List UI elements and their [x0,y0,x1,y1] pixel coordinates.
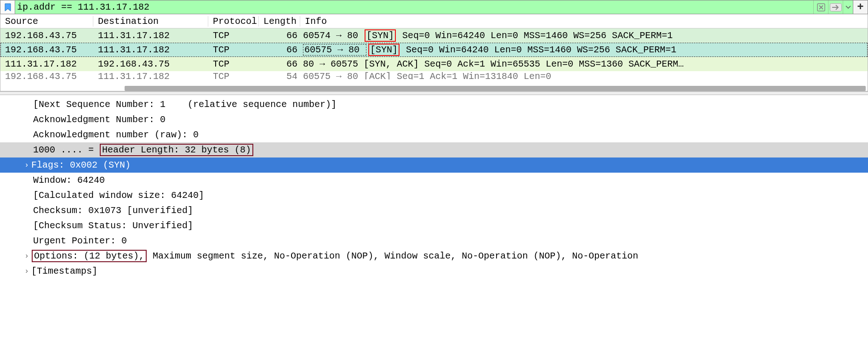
info-text: 80 → 60575 [SYN, ACK] Seq=0 Ack=1 Win=65… [303,59,684,69]
detail-text: [Timestamps] [31,266,97,276]
col-protocol[interactable]: Protocol [208,16,259,27]
info-post: Seq=0 Win=64240 Len=0 MSS=1460 WS=256 SA… [397,30,673,41]
clear-filter-button[interactable] [813,0,828,14]
cell-protocol: TCP [208,71,259,79]
filter-dropdown-button[interactable] [843,0,853,14]
packet-row[interactable]: 111.31.17.182 192.168.43.75 TCP 66 80 → … [0,57,868,71]
add-filter-button[interactable]: + [853,0,868,14]
info-pre: 60574 → 80 [303,30,364,41]
display-filter-input[interactable] [15,0,813,14]
detail-text: Acknowledgment number (raw): 0 [33,129,199,140]
detail-text: [Next Sequence Number: 1 (relative seque… [33,99,337,110]
syn-flag-highlight: [SYN] [368,44,400,56]
cell-info: 60575 → 80 [ACK] Seq=1 Ack=1 Win=131840 … [300,71,868,79]
cell-destination: 111.31.17.182 [93,30,208,41]
options-highlight: Options: (12 bytes), [32,250,147,262]
col-source[interactable]: Source [0,16,93,27]
cell-length: 66 [259,45,300,55]
col-destination[interactable]: Destination [93,16,208,27]
pane-splitter[interactable] [0,91,868,95]
cell-protocol: TCP [208,59,259,69]
close-icon [817,3,825,11]
syn-flag-highlight: [SYN] [365,29,396,42]
packet-list[interactable]: Source Destination Protocol Length Info … [0,14,868,91]
detail-text: Flags: 0x002 (SYN) [31,160,131,170]
info-post: Seq=0 Win=64240 Len=0 MSS=1460 WS=256 SA… [400,45,676,55]
detail-calc-window[interactable]: [Calculated window size: 64240] [0,188,868,203]
cell-destination: 111.31.17.182 [93,45,208,55]
header-length-highlight: Header Length: 32 bytes (8) [100,144,253,156]
detail-header-length[interactable]: 1000 .... = Header Length: 32 bytes (8) [0,142,868,157]
detail-text: [Checksum Status: Unverified] [33,220,193,231]
plus-icon: + [857,1,863,13]
detail-text: Acknowledgment Number: 0 [33,114,166,125]
packet-row[interactable]: 192.168.43.75 111.31.17.182 TCP 66 60574… [0,28,868,43]
cell-length: 54 [259,71,300,79]
detail-checksum[interactable]: Checksum: 0x1073 [unverified] [0,203,868,218]
chevron-right-icon: › [22,267,31,276]
detail-options[interactable]: › Options: (12 bytes), Maximum segment s… [0,248,868,264]
cell-source: 192.168.43.75 [0,30,93,41]
info-pre: 60575 → 80 [303,44,366,56]
cell-info: 80 → 60575 [SYN, ACK] Seq=0 Ack=1 Win=65… [300,59,868,69]
cell-source: 192.168.43.75 [0,45,93,55]
cell-length: 66 [259,59,300,69]
bookmark-icon [5,3,11,11]
chevron-right-icon: › [22,161,31,169]
apply-filter-button[interactable] [828,0,843,14]
cell-source: 192.168.43.75 [0,71,93,79]
detail-text: 1000 .... = [33,145,99,155]
cell-info: 60574 → 80 [SYN] Seq=0 Win=64240 Len=0 M… [300,29,868,42]
col-info[interactable]: Info [300,16,868,27]
detail-urgent-pointer[interactable]: Urgent Pointer: 0 [0,233,868,248]
detail-ack-raw[interactable]: Acknowledgment number (raw): 0 [0,127,868,142]
cell-protocol: TCP [208,30,259,41]
detail-text: Window: 64240 [33,175,105,186]
info-text: 60575 → 80 [ACK] Seq=1 Ack=1 Win=131840 … [303,71,551,79]
detail-window[interactable]: Window: 64240 [0,173,868,188]
packet-details[interactable]: [Next Sequence Number: 1 (relative seque… [0,95,868,288]
detail-flags[interactable]: › Flags: 0x002 (SYN) [0,157,868,173]
chevron-down-icon [845,6,851,9]
packet-row[interactable]: 192.168.43.75 111.31.17.182 TCP 54 60575… [0,71,868,79]
col-length[interactable]: Length [259,16,300,27]
detail-text: Checksum: 0x1073 [unverified] [33,205,193,216]
cell-source: 111.31.17.182 [0,59,93,69]
detail-text: Urgent Pointer: 0 [33,236,127,246]
horizontal-scrollbar[interactable] [125,86,866,91]
detail-text: [Calculated window size: 64240] [33,190,204,201]
detail-timestamps[interactable]: › [Timestamps] [0,264,868,279]
filter-bookmark-button[interactable] [0,0,15,14]
cell-info: 60575 → 80 [SYN] Seq=0 Win=64240 Len=0 M… [300,44,868,56]
packet-list-header[interactable]: Source Destination Protocol Length Info [0,14,868,28]
detail-text: Maximum segment size, No-Operation (NOP)… [147,251,638,261]
cell-destination: 111.31.17.182 [93,71,208,79]
detail-next-seq[interactable]: [Next Sequence Number: 1 (relative seque… [0,97,868,112]
detail-ack-number[interactable]: Acknowledgment Number: 0 [0,112,868,127]
arrow-right-icon [830,3,842,11]
cell-length: 66 [259,30,300,41]
cell-protocol: TCP [208,45,259,55]
cell-destination: 192.168.43.75 [93,59,208,69]
detail-checksum-status[interactable]: [Checksum Status: Unverified] [0,218,868,233]
chevron-right-icon: › [22,252,31,260]
packet-row-selected[interactable]: 192.168.43.75 111.31.17.182 TCP 66 60575… [0,43,868,57]
